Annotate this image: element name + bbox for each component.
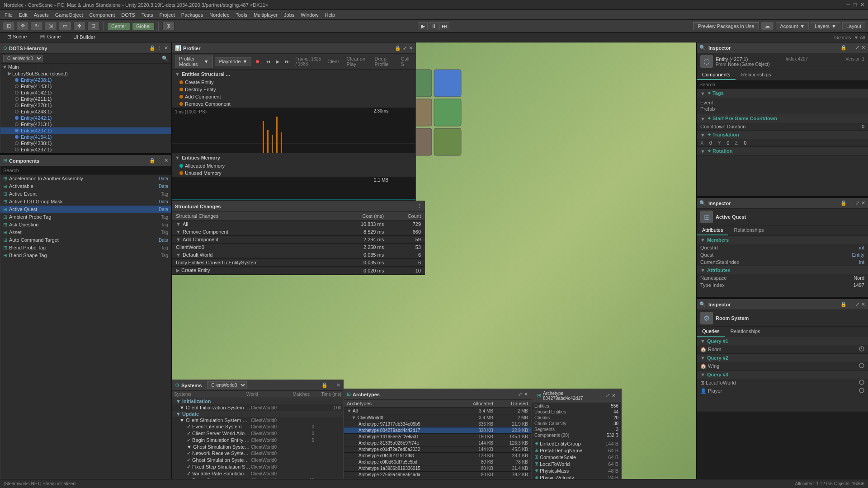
close-panel-icon[interactable]: ✕ (164, 45, 168, 51)
more-icon[interactable]: ⋮ (849, 45, 854, 51)
query2-header[interactable]: ▼ Query #2 (697, 354, 868, 362)
tab-relationships[interactable]: Relationships (736, 70, 776, 80)
sys-section-init[interactable]: ▼ Initialization (172, 398, 343, 404)
menu-dots[interactable]: DOTS (118, 11, 138, 19)
sys-row-ghost-sim[interactable]: ▼ Ghost Simulation System Gr... ClientWo… (172, 444, 343, 450)
menu-gameobject[interactable]: GameObject (52, 11, 86, 19)
arch-row-804279[interactable]: Archetype 804279abd4c42d17 320 KB 22.9 K… (344, 427, 531, 434)
row-arrow[interactable]: ▶ (176, 267, 179, 273)
step-btn[interactable]: ⏭ (439, 22, 449, 30)
tab-relationships[interactable]: Relationships (728, 225, 769, 235)
tree-item-4142[interactable]: Entity(4142:1) (0, 89, 171, 96)
layout-btn[interactable]: Layout (842, 22, 865, 30)
row-arrow[interactable]: ▼ (176, 229, 181, 235)
comp-item-lod-mask[interactable]: ⊞Active LOD Group Mask Data (0, 198, 171, 206)
close-icon[interactable]: ✕ (336, 382, 340, 388)
comp-item-ambient-probe[interactable]: ⊞Ambient Probe Tag Tag (0, 213, 171, 221)
tree-item-4243[interactable]: Entity(4243:1) (0, 108, 171, 115)
play-btn[interactable]: ▶ (418, 22, 428, 30)
row-convert-entity[interactable]: Unity.Entities.ConvertToEntitySystem 0.0… (172, 259, 425, 267)
profiler-modules-btn[interactable]: Profiler Modules▼ (175, 55, 213, 68)
comp-item-asset[interactable]: ⊞Asset Tag (0, 229, 171, 236)
lock-icon[interactable]: 🔒 (840, 45, 847, 51)
tree-item-4237[interactable]: Entity(4237:1) (0, 146, 171, 152)
lock-icon[interactable]: 🔒 (395, 45, 401, 51)
arch-row-971977[interactable]: Archetype 971977db334e09b9 336 KB 21.9 K… (344, 421, 531, 427)
attributes-header[interactable]: ▼ Attributes (697, 266, 868, 274)
toolbar-scale-btn[interactable]: ⇲ (45, 22, 57, 30)
more-icon[interactable]: ⋮ (417, 203, 422, 209)
tree-arrow[interactable]: ▼ (2, 64, 7, 70)
arch-row-1a3986[interactable]: Archetype 1a3986b819336015 80 KB 31.4 KB (344, 465, 531, 472)
lock-icon[interactable]: 🔒 (149, 45, 156, 51)
toolbar-rotate-btn[interactable]: ↻ (31, 22, 43, 30)
sys-row-begin-sim[interactable]: ✓ Begin Simulation Entity Com... ClientW… (172, 437, 343, 444)
arch-row-81395a[interactable]: Archetype 81395a026b97f74e 144 KB 126.3 … (344, 440, 531, 446)
query1-header[interactable]: ▼ Query #1 (697, 337, 868, 345)
more-icon[interactable]: ⋮ (849, 301, 854, 307)
comp-item-active-event[interactable]: ⊞Active Event Tag (0, 190, 171, 198)
row-clientworld[interactable]: ClientWorld0 2.250 ms 53 (172, 244, 425, 251)
tab-components[interactable]: Components (697, 70, 736, 80)
maximize-icon[interactable]: ⤢ (606, 393, 610, 399)
toolbar-grid-btn[interactable]: ⊞ (3, 22, 15, 30)
comp-item-acceleration[interactable]: ⊞Acceleration In Another Assembly Data (0, 175, 171, 183)
next-frame-btn[interactable]: ⏭ (283, 58, 292, 65)
comp-item-blend-shape[interactable]: ⊞Blend Shape Tag Tag (0, 252, 171, 259)
world-dropdown[interactable]: ClientWorld0 (3, 55, 43, 62)
restore-btn[interactable]: □ (854, 2, 857, 8)
play-prof-btn[interactable]: ▶ (274, 58, 281, 66)
tree-item-4207[interactable]: Entity(4207:1) (0, 127, 171, 134)
pause-btn[interactable]: ⏸ (429, 22, 439, 30)
menu-component[interactable]: Component (86, 11, 118, 19)
row-all[interactable]: ▼All 10.833 ms 729 (172, 221, 425, 228)
systems-world-dropdown[interactable]: ClientWorld0 (207, 381, 247, 389)
menu-edit[interactable]: Edit (16, 11, 30, 19)
sys-row-client-sim[interactable]: ▼ Client Simulation System Gr... ClientW… (172, 417, 343, 423)
tree-item-4208[interactable]: Entity(4208:1) (0, 77, 171, 83)
tree-item-4154[interactable]: Entity(4154:1) (0, 134, 171, 140)
toolbar-move-btn[interactable]: ✥ (17, 22, 29, 30)
tab-uibuilder[interactable]: UI Builder (69, 33, 99, 42)
lock-icon[interactable]: 🔒 (321, 382, 328, 388)
menu-tools[interactable]: Tools (233, 11, 250, 19)
tree-item-4242[interactable]: Entity(4242:1) (0, 115, 171, 121)
component-search-input[interactable] (0, 166, 171, 175)
clear-btn[interactable]: Clear (325, 58, 342, 65)
minimize-btn[interactable]: ─ (847, 2, 850, 8)
row-arrow[interactable]: ▼ (176, 252, 181, 258)
row-remove[interactable]: ▼Remove Component 8.529 ms 660 (172, 228, 425, 236)
comp-item-activatable[interactable]: ⊞Activatable Data (0, 183, 171, 190)
close-panel-icon[interactable]: ✕ (164, 158, 168, 164)
account-btn[interactable]: Account ▼ (776, 22, 809, 30)
insp-search-input[interactable] (697, 80, 868, 89)
menu-jobs[interactable]: Jobs (281, 11, 297, 19)
lock-icon[interactable]: 🔒 (840, 301, 847, 307)
comp-item-auto-command[interactable]: ⊞Auto Command Target Data (0, 236, 171, 244)
grid-btn[interactable]: ⊞ (162, 22, 175, 30)
menu-file[interactable]: File (2, 11, 15, 19)
sys-row-event-lifetime[interactable]: ✓ Event Lifetime System ClientWorld0 0 (172, 423, 343, 430)
row-arrow[interactable]: ▼ (176, 237, 181, 242)
sys-section-update[interactable]: ▼ Update (172, 411, 343, 417)
arch-row-all[interactable]: ▼ All 3.4 MB 2 MB (344, 408, 531, 414)
menu-help[interactable]: Help (322, 11, 338, 19)
tree-item-main[interactable]: ▼ Main (0, 64, 171, 70)
menu-assets[interactable]: Assets (31, 11, 52, 19)
tree-item-4211[interactable]: Entity(4211:1) (0, 96, 171, 102)
translation-header[interactable]: ▼ ✦ Translation (697, 131, 868, 139)
query3-header[interactable]: ▼ Query #3 (697, 371, 868, 379)
comp-item-ask-question[interactable]: ⊞Ask Question Tag (0, 221, 171, 229)
more-icon[interactable]: ⋮ (157, 45, 162, 51)
center-btn[interactable]: Center (107, 22, 130, 30)
sys-row-fixed-step[interactable]: ✓ Fixed Step Simulation Sys... ClientWor… (172, 464, 343, 470)
tab-queries[interactable]: Queries (697, 327, 725, 337)
close-icon[interactable]: ✕ (612, 393, 616, 399)
close-icon[interactable]: ✕ (524, 391, 528, 397)
tab-attributes[interactable]: Attributes (697, 225, 728, 235)
toolbar-custom-btn[interactable]: ⊡ (87, 22, 99, 30)
row-create-entity[interactable]: ▶Create Entity 0.020 ms 10 (172, 267, 425, 275)
layers-btn[interactable]: Layers ▼ (811, 22, 840, 30)
comp-item-blend-probe[interactable]: ⊞Blend Probe Tag Tag (0, 244, 171, 252)
tree-item-4238[interactable]: Entity(4238:1) (0, 140, 171, 146)
